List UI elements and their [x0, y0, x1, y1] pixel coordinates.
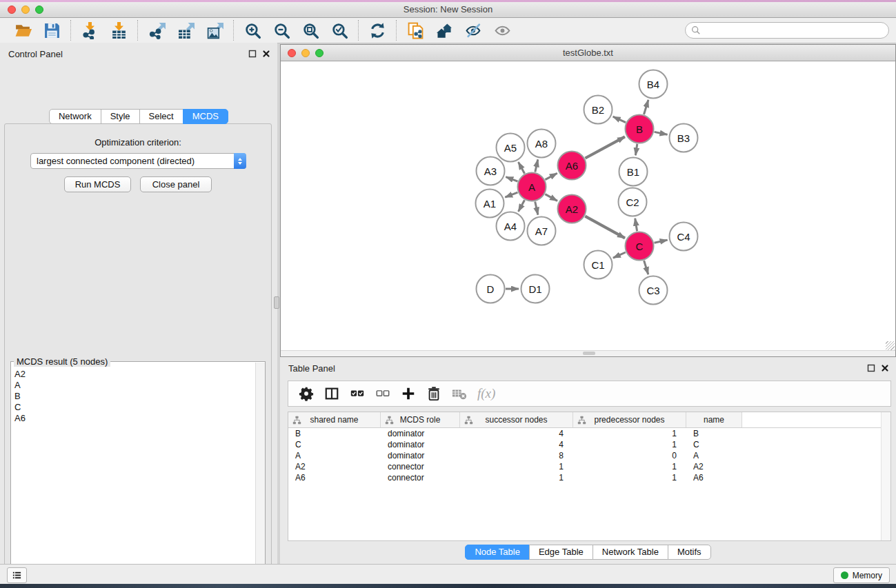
edge-A6-B[interactable] — [585, 136, 625, 158]
columns-button[interactable] — [324, 386, 339, 401]
table-cell[interactable]: A2 — [288, 462, 381, 472]
eye-slash-button[interactable] — [459, 20, 488, 41]
node-D1[interactable]: D1 — [521, 275, 550, 303]
table-cell[interactable]: dominator — [381, 429, 460, 438]
deselect-all-button[interactable] — [375, 386, 390, 401]
tab-network[interactable]: Network — [49, 109, 101, 124]
table-cell[interactable]: dominator — [381, 451, 460, 460]
edge-A-A3[interactable] — [506, 177, 517, 182]
clone-network-button[interactable] — [401, 20, 430, 41]
table-cell[interactable]: 4 — [460, 440, 573, 449]
close-panel-icon[interactable] — [881, 364, 889, 372]
home-button[interactable] — [430, 20, 459, 41]
table-cell[interactable]: dominator — [381, 440, 460, 449]
zoom-network-window-button[interactable] — [315, 49, 323, 57]
export-image-button[interactable] — [200, 20, 229, 41]
select-all-button[interactable] — [350, 386, 365, 401]
node-C1[interactable]: C1 — [584, 251, 613, 279]
node-A2[interactable]: A2 — [558, 195, 586, 223]
node-C3[interactable]: C3 — [639, 276, 668, 305]
table-cell[interactable]: 4 — [460, 429, 573, 438]
edge-A-A7[interactable] — [535, 202, 538, 215]
delete-button[interactable] — [426, 386, 441, 401]
network-horizontal-scrollbar[interactable] — [281, 350, 895, 356]
column-header-successor-nodes[interactable]: successor nodes — [460, 412, 573, 427]
node-A6[interactable]: A6 — [558, 152, 586, 180]
table-cell[interactable]: 8 — [460, 451, 573, 460]
eye-button[interactable] — [488, 20, 517, 41]
function-button[interactable]: f(x) — [477, 386, 495, 401]
close-panel-button[interactable]: Close panel — [140, 176, 212, 192]
edge-A-A1[interactable] — [505, 192, 517, 197]
node-B[interactable]: B — [626, 115, 654, 143]
add-button[interactable] — [401, 386, 416, 401]
table-cell[interactable]: A2 — [686, 462, 742, 472]
node-C2[interactable]: C2 — [619, 188, 647, 216]
search-input[interactable] — [685, 22, 889, 39]
close-window-button[interactable] — [8, 6, 16, 14]
gear-button[interactable] — [299, 386, 314, 401]
node-A1[interactable]: A1 — [476, 190, 504, 218]
mcds-result-item[interactable]: A — [14, 380, 255, 391]
table-cell[interactable]: B — [686, 429, 742, 438]
mcds-result-item[interactable]: B — [14, 391, 255, 402]
table-row[interactable]: A6connector11A6 — [288, 472, 890, 483]
table-cell[interactable]: 0 — [573, 451, 686, 460]
tab-edge-table[interactable]: Edge Table — [529, 545, 593, 560]
node-B3[interactable]: B3 — [670, 124, 698, 152]
table-row[interactable]: Cdominator41C — [288, 439, 890, 450]
tab-node-table[interactable]: Node Table — [465, 545, 530, 560]
zoom-selected-button[interactable] — [325, 20, 354, 41]
minimize-window-button[interactable] — [21, 6, 30, 14]
edge-B-B2[interactable] — [613, 116, 626, 123]
edge-A-A4[interactable] — [519, 200, 525, 212]
export-table-button[interactable] — [171, 20, 200, 41]
node-A3[interactable]: A3 — [477, 157, 505, 185]
node-A[interactable]: A — [518, 173, 546, 201]
split-divider-handle[interactable] — [274, 296, 279, 309]
edge-B-B3[interactable] — [655, 132, 668, 134]
node-C4[interactable]: C4 — [670, 223, 698, 251]
table-row[interactable]: A2connector11A2 — [288, 461, 890, 472]
float-panel-icon[interactable] — [867, 364, 875, 372]
edge-A-A8[interactable] — [535, 159, 538, 172]
node-B1[interactable]: B1 — [619, 158, 648, 186]
table-cell[interactable]: 1 — [460, 462, 573, 472]
column-header-name[interactable]: name — [686, 412, 742, 427]
column-header-mcds-role[interactable]: MCDS role — [381, 412, 460, 427]
close-panel-icon[interactable] — [262, 50, 270, 58]
node-B2[interactable]: B2 — [584, 96, 613, 124]
memory-button[interactable]: Memory — [833, 567, 890, 583]
edge-B-B1[interactable] — [635, 144, 637, 155]
zoom-out-button[interactable] — [267, 20, 296, 41]
scrollbar-thumb[interactable] — [583, 352, 595, 355]
edge-A-A5[interactable] — [519, 162, 525, 174]
column-header-predecessor-nodes[interactable]: predecessor nodes — [573, 412, 686, 427]
import-network-button[interactable] — [75, 20, 104, 41]
mcds-result-item[interactable]: A6 — [14, 413, 255, 424]
table-cell[interactable]: A — [288, 451, 381, 460]
import-table-button[interactable] — [104, 20, 133, 41]
tab-motifs[interactable]: Motifs — [668, 545, 711, 560]
mcds-result-scrollbar[interactable] — [255, 363, 265, 588]
table-cell[interactable]: connector — [381, 473, 460, 483]
zoom-in-button[interactable] — [238, 20, 267, 41]
edge-C-C2[interactable] — [635, 219, 637, 232]
mcds-result-list[interactable]: A2ABCA6 — [11, 367, 255, 588]
edge-A2-C[interactable] — [585, 216, 625, 239]
zoom-fit-button[interactable] — [296, 20, 325, 41]
node-A5[interactable]: A5 — [497, 134, 525, 162]
node-A8[interactable]: A8 — [528, 130, 556, 158]
node-A7[interactable]: A7 — [528, 217, 556, 245]
refresh-button[interactable] — [363, 20, 392, 41]
table-scrollbar[interactable] — [881, 412, 890, 540]
table-cell[interactable]: B — [288, 429, 381, 438]
close-network-window-button[interactable] — [288, 49, 296, 57]
export-network-button[interactable] — [142, 20, 171, 41]
tab-mcds[interactable]: MCDS — [183, 109, 228, 124]
edge-A-A2[interactable] — [545, 194, 557, 201]
table-cell[interactable]: A6 — [288, 473, 381, 483]
edge-C-C1[interactable] — [613, 252, 626, 258]
save-button[interactable] — [37, 20, 66, 41]
node-A4[interactable]: A4 — [497, 212, 525, 241]
